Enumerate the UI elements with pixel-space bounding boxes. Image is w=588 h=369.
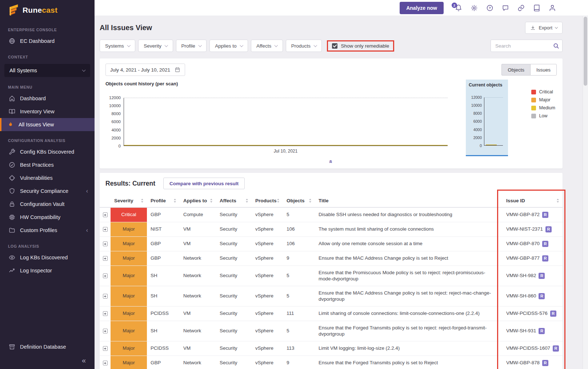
- cell-issue-id: VMW-PCIDSS-1607R: [503, 341, 563, 356]
- expand-row-icon[interactable]: [103, 242, 108, 246]
- sidebar-item-hw-compatibility[interactable]: HW Compatibility: [0, 211, 95, 224]
- user-menu-button[interactable]: [549, 4, 556, 12]
- table-row[interactable]: Major GBP Network Security vSphere 9 Ens…: [100, 251, 563, 266]
- sidebar-item-security-compliance[interactable]: Security Compliance ‹: [0, 184, 95, 198]
- sort-icon[interactable]: [557, 199, 559, 203]
- sidebar-item-log-inspector[interactable]: Log Inspector: [0, 264, 95, 277]
- cell-profile: NIST: [147, 222, 180, 236]
- sort-icon[interactable]: [174, 199, 176, 203]
- show-only-remediable-checkbox[interactable]: [332, 43, 337, 49]
- sidebar-item-custom-profiles[interactable]: Custom Profiles ‹: [0, 224, 95, 237]
- section-label-enterprise-console: ENTERPRISE CONSOLE: [0, 20, 95, 35]
- date-range-value: July 4, 2021 - July 10, 2021: [110, 67, 170, 73]
- filter-profile[interactable]: Profile: [176, 40, 207, 52]
- feedback-button[interactable]: [502, 4, 509, 12]
- cell-objects: 5: [283, 286, 315, 306]
- filter-products[interactable]: Products: [286, 40, 322, 52]
- export-button[interactable]: Export: [525, 22, 563, 34]
- legend-item-low: Low: [531, 113, 555, 118]
- cell-products: vSphere: [252, 307, 283, 321]
- col-title[interactable]: Title: [315, 194, 503, 207]
- remediable-badge: R: [550, 311, 556, 317]
- col-objects[interactable]: Objects: [283, 194, 315, 207]
- sidebar-item-configuration-vault[interactable]: Configuration Vault: [0, 198, 95, 211]
- cell-products: vSphere: [252, 208, 283, 222]
- expand-row-icon[interactable]: [103, 361, 108, 365]
- expand-row-icon[interactable]: [103, 311, 108, 316]
- col-issue-id[interactable]: Issue ID: [503, 194, 563, 207]
- sort-icon[interactable]: [141, 199, 143, 203]
- help-button[interactable]: ?: [486, 4, 493, 12]
- expand-row-icon[interactable]: [103, 227, 108, 232]
- cell-affects: Security: [216, 286, 252, 306]
- expand-row-icon[interactable]: [103, 256, 108, 261]
- search-input[interactable]: [491, 40, 563, 52]
- sort-icon[interactable]: [309, 199, 311, 203]
- sidebar-item-best-practices[interactable]: Best Practices: [0, 158, 95, 171]
- sidebar-collapse-icon[interactable]: «: [82, 356, 86, 365]
- expand-row-icon[interactable]: [103, 346, 108, 351]
- cell-title: Disable SSH unless needed for diagnostic…: [315, 208, 503, 222]
- table-row[interactable]: Major GBP Network Security vSphere 9 Ens…: [100, 356, 563, 369]
- toggle-issues-button[interactable]: Issues: [530, 64, 557, 76]
- sort-icon[interactable]: [246, 199, 248, 203]
- issue-id-text: VMW-PCIDSS-1607: [506, 345, 550, 352]
- toggle-objects-button[interactable]: Objects: [501, 64, 530, 76]
- cell-issue-id: VMW-SH-931R: [503, 321, 563, 341]
- col-affects[interactable]: Affects: [216, 194, 252, 207]
- cell-objects: 113: [283, 341, 315, 356]
- table-row[interactable]: Critical GBP Compute Security vSphere 5 …: [100, 208, 563, 222]
- table-row[interactable]: Major SH Network Security vSphere 5 Ensu…: [100, 286, 563, 307]
- table-row[interactable]: Major PCIDSS VM Security vSphere 113 Lim…: [100, 341, 563, 356]
- sidebar-item-inventory-view[interactable]: Inventory View: [0, 105, 95, 118]
- sidebar-item-vulnerabilities[interactable]: Vulnerabilities: [0, 171, 95, 184]
- filter-severity[interactable]: Severity: [138, 40, 173, 52]
- date-range-picker[interactable]: July 4, 2021 - July 10, 2021: [105, 64, 185, 76]
- runecast-logo[interactable]: Runecast: [0, 0, 95, 20]
- analyze-now-button[interactable]: Analyze now: [400, 2, 444, 14]
- sidebar-item-all-issues-view[interactable]: All Issues View: [0, 118, 95, 131]
- integrations-button[interactable]: [517, 4, 525, 12]
- severity-badge: Major: [111, 222, 147, 236]
- col-severity[interactable]: Severity: [111, 194, 147, 207]
- expand-row-icon[interactable]: [103, 212, 108, 217]
- expand-row-icon[interactable]: [103, 273, 108, 278]
- table-row[interactable]: Major PCIDSS VM Security vSphere 111 Lim…: [100, 307, 563, 321]
- collapse-chart-icon[interactable]: «: [328, 160, 335, 163]
- page-scrollbar[interactable]: [583, 16, 588, 369]
- table-row[interactable]: Major GBP VM Security vSphere 106 Allow …: [100, 237, 563, 251]
- col-applies-to[interactable]: Applies to: [180, 194, 216, 207]
- sidebar-item-config-kbs-discovered[interactable]: Config KBs Discovered: [0, 145, 95, 158]
- context-selector[interactable]: All Systems: [4, 64, 90, 77]
- filter-affects[interactable]: Affects: [251, 40, 283, 52]
- sort-icon[interactable]: [277, 199, 279, 203]
- sort-icon[interactable]: [210, 199, 212, 203]
- sidebar-item-definition-database[interactable]: Definition Database: [0, 340, 95, 353]
- compare-previous-button[interactable]: Compare with previous result: [163, 178, 245, 189]
- search-icon[interactable]: [553, 42, 559, 49]
- col-profile[interactable]: Profile: [147, 194, 180, 207]
- crosshair-icon: [9, 175, 15, 181]
- issue-id-text: VMW-SH-982: [506, 273, 536, 279]
- cell-affects: Security: [216, 321, 252, 341]
- scrollbar-thumb[interactable]: [584, 17, 587, 86]
- cpu-icon: [9, 214, 15, 220]
- filter-applies-to[interactable]: Applies to: [209, 40, 248, 52]
- sidebar-item-ec-dashboard[interactable]: EC Dashboard: [0, 35, 95, 48]
- filter-systems[interactable]: Systems: [100, 40, 135, 52]
- results-card: Results: Current Compare with previous r…: [100, 173, 563, 369]
- table-row[interactable]: Major SH Network Security vSphere 5 Ensu…: [100, 266, 563, 286]
- table-row[interactable]: Major NIST VM Security vSphere 106 The s…: [100, 222, 563, 237]
- col-products[interactable]: Products: [252, 194, 283, 207]
- cell-profile: PCIDSS: [147, 307, 180, 321]
- sidebar-item-log-kbs-discovered[interactable]: Log KBs Discovered: [0, 251, 95, 264]
- settings-button[interactable]: [471, 4, 478, 12]
- expand-row-icon[interactable]: [103, 329, 108, 333]
- sidebar-item-dashboard[interactable]: Dashboard: [0, 92, 95, 105]
- table-row[interactable]: Major SH Network Security vSphere 5 Ensu…: [100, 321, 563, 341]
- expand-row-icon[interactable]: [103, 294, 108, 299]
- notifications-button[interactable]: 2: [455, 4, 462, 12]
- knowledge-base-button[interactable]: [533, 4, 540, 12]
- cell-applies-to: Network: [180, 286, 216, 306]
- severity-badge: Major: [111, 356, 147, 369]
